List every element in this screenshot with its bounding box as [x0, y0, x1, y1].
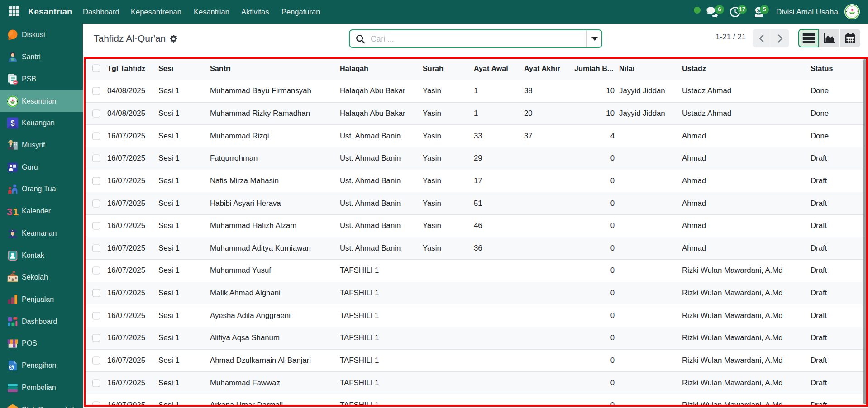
svg-text:3: 3 [7, 206, 13, 218]
svg-text:$: $ [10, 365, 13, 370]
svg-text:1: 1 [13, 206, 19, 218]
svg-text:$: $ [11, 119, 15, 127]
